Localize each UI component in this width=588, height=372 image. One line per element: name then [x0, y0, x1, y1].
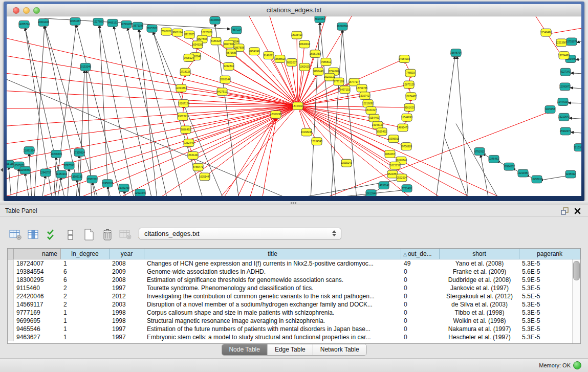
- table-options-button[interactable]: [7, 227, 24, 243]
- graph-edge[interactable]: [571, 73, 581, 74]
- graph-node[interactable]: 15992971: [560, 127, 571, 135]
- graph-node[interactable]: 9908124: [184, 54, 194, 62]
- graph-node[interactable]: 15134545: [311, 138, 322, 145]
- graph-node[interactable]: 7955812: [321, 58, 331, 66]
- graph-node[interactable]: 6497153: [340, 86, 350, 94]
- table-cell[interactable]: Structural magnetic resonance image aver…: [144, 317, 401, 325]
- table-cell[interactable]: Dudbridge et al. (2008): [440, 276, 519, 284]
- graph-edge[interactable]: [236, 117, 276, 196]
- graph-node[interactable]: 9797588: [64, 162, 74, 169]
- graph-node[interactable]: 15751074: [566, 38, 577, 46]
- graph-node[interactable]: 11015243: [341, 159, 352, 167]
- graph-node[interactable]: 12103054: [574, 144, 581, 151]
- select-columns-button[interactable]: [44, 227, 60, 243]
- table-cell[interactable]: 0: [401, 284, 440, 292]
- table-corner-cell[interactable]: [8, 249, 14, 259]
- table-row[interactable]: 969969511998Structural magnetic resonanc…: [8, 317, 580, 325]
- graph-node[interactable]: 16210643: [558, 113, 570, 121]
- graph-edge[interactable]: [298, 84, 409, 106]
- show-column-button[interactable]: [26, 227, 42, 243]
- graph-node[interactable]: 12923446: [135, 189, 146, 196]
- table-cell[interactable]: 19384554: [14, 268, 61, 276]
- column-header-title[interactable]: title: [144, 249, 401, 259]
- graph-node[interactable]: 12213987: [556, 39, 567, 47]
- graph-edge[interactable]: [570, 87, 581, 89]
- graph-node[interactable]: 18724007: [292, 102, 303, 110]
- close-panel-icon[interactable]: [574, 207, 581, 216]
- graph-node[interactable]: 20691406: [38, 18, 49, 26]
- graph-node[interactable]: 18300295: [270, 111, 281, 118]
- table-cell[interactable]: 2: [61, 292, 110, 300]
- graph-node[interactable]: 16351447: [199, 173, 210, 181]
- column-header-name[interactable]: name: [14, 249, 61, 259]
- graph-edge[interactable]: [481, 155, 489, 196]
- table-cell[interactable]: 6: [61, 276, 110, 284]
- graph-node[interactable]: 9154469: [369, 114, 379, 122]
- table-cell[interactable]: Investigating the contribution of common…: [144, 292, 401, 300]
- graph-node[interactable]: 9990448: [313, 68, 323, 75]
- table-cell[interactable]: Estimation of the future numbers of pati…: [144, 325, 401, 333]
- graph-node[interactable]: 15875129: [403, 81, 415, 89]
- graph-node[interactable]: 14695473: [397, 124, 408, 132]
- table-cell[interactable]: Wolkin et al. (1998): [440, 317, 519, 325]
- graph-node[interactable]: 10924502: [504, 163, 515, 170]
- graph-node[interactable]: 9055135: [7, 160, 14, 168]
- graph-node[interactable]: 11548498: [540, 29, 552, 36]
- table-cell[interactable]: Jankovic et al. (1997): [440, 284, 519, 292]
- graph-node[interactable]: 8427512: [217, 88, 227, 96]
- table-cell[interactable]: 2003: [110, 300, 144, 309]
- table-cell[interactable]: 9115460: [14, 284, 61, 292]
- graph-node[interactable]: 12213363: [176, 84, 187, 92]
- tab-node-table[interactable]: Node Table: [222, 344, 268, 355]
- table-cell[interactable]: Franke et al. (2009): [440, 268, 519, 276]
- table-cell[interactable]: 0: [401, 309, 440, 317]
- table-cell[interactable]: 5.3E-5: [519, 317, 580, 325]
- delete-table-button[interactable]: [99, 227, 116, 243]
- column-header-year[interactable]: year: [110, 249, 144, 259]
- graph-node[interactable]: 7663822: [161, 28, 171, 35]
- graph-edge[interactable]: [139, 29, 157, 196]
- table-cell[interactable]: 5.9E-5: [519, 276, 580, 284]
- graph-node[interactable]: 1733426: [402, 185, 412, 192]
- graph-node[interactable]: 9242844: [224, 62, 234, 70]
- graph-node[interactable]: 2522534: [397, 174, 407, 182]
- table-cell[interactable]: 2012: [110, 292, 144, 300]
- graph-edge[interactable]: [68, 168, 69, 196]
- table-cell[interactable]: 1997: [110, 284, 144, 292]
- table-cell[interactable]: 18300295: [14, 276, 61, 284]
- graph-edge[interactable]: [571, 132, 581, 134]
- graph-node[interactable]: 8466161: [107, 19, 118, 27]
- graph-node[interactable]: 9387321: [178, 113, 188, 120]
- tab-edge-table[interactable]: Edge Table: [268, 344, 313, 355]
- graph-edge[interactable]: [298, 96, 365, 106]
- graph-node[interactable]: 13216092: [362, 100, 374, 107]
- graph-edge[interactable]: [568, 103, 581, 103]
- graph-node[interactable]: 16782759: [118, 184, 129, 192]
- graph-edge[interactable]: [320, 22, 336, 196]
- graph-edge[interactable]: [25, 173, 29, 196]
- graph-node[interactable]: 18325419: [291, 31, 302, 39]
- graph-node[interactable]: 10674487: [405, 93, 417, 100]
- network-view[interactable]: 1405571420691406106532871527602846616110…: [7, 16, 581, 196]
- table-cell[interactable]: 22420046: [14, 292, 61, 300]
- graph-edge[interactable]: [7, 106, 298, 126]
- table-cell[interactable]: Disruption of a novel member of a sodium…: [144, 300, 401, 309]
- graph-node[interactable]: 1527602: [93, 18, 103, 26]
- table-cell[interactable]: 5.3E-5: [519, 325, 580, 333]
- table-cell[interactable]: 0: [401, 276, 440, 284]
- graph-node[interactable]: 9084067: [385, 150, 395, 158]
- table-cell[interactable]: Tourette syndrome. Phenomenology and cla…: [144, 284, 401, 292]
- table-cell[interactable]: 9777169: [14, 309, 61, 317]
- table-cell[interactable]: Embryonic stem cells: a model to study s…: [144, 333, 401, 341]
- graph-edge[interactable]: [577, 38, 581, 43]
- panel-collapse-arrow-icon[interactable]: [1, 168, 3, 172]
- table-row[interactable]: 2242004622012Investigating the contribut…: [8, 292, 580, 300]
- graph-node[interactable]: 18751765: [356, 84, 367, 92]
- tab-network-table[interactable]: Network Table: [313, 344, 366, 355]
- scrollbar-thumb[interactable]: [573, 261, 580, 280]
- table-cell[interactable]: 2008: [110, 276, 144, 284]
- graph-node[interactable]: 6791913: [474, 148, 485, 156]
- table-cell[interactable]: 9699695: [14, 317, 61, 325]
- graph-node[interactable]: 9777169: [334, 78, 344, 85]
- table-cell[interactable]: Hescheler et al. (1997): [440, 333, 519, 341]
